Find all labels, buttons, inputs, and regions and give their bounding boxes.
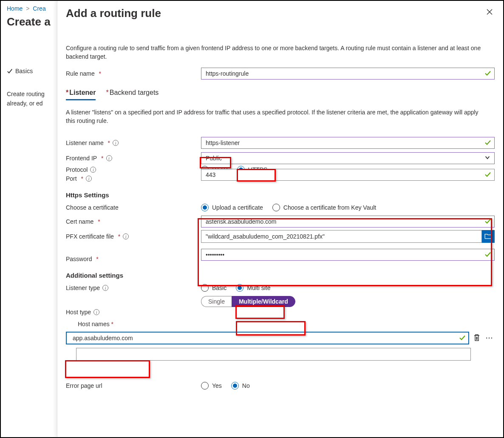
- breadcrumb-next[interactable]: Crea: [33, 5, 45, 12]
- host-name-input-0[interactable]: [66, 332, 469, 344]
- browse-file-button[interactable]: [482, 230, 495, 243]
- frontend-ip-select[interactable]: Public: [201, 152, 495, 164]
- frontend-ip-label: Frontend IP * i: [66, 155, 201, 162]
- listener-name-label: Listener name * i: [66, 139, 201, 146]
- tab-listener[interactable]: *Listener: [66, 89, 96, 100]
- upload-cert-radio[interactable]: Upload a certificate: [201, 204, 263, 211]
- breadcrumb-sep: >: [24, 5, 31, 12]
- close-icon[interactable]: [484, 7, 495, 18]
- rule-name-label: Rule name *: [66, 70, 201, 77]
- blade-title: Add a routing rule: [66, 7, 161, 20]
- listener-type-label: Listener type i: [66, 284, 201, 291]
- tabs: *Listener *Backend targets: [66, 89, 495, 100]
- protocol-label: Protocol i: [66, 166, 201, 173]
- listener-type-multi-radio[interactable]: Multi site: [236, 284, 270, 292]
- info-icon[interactable]: i: [102, 285, 108, 291]
- ellipsis-icon: ···: [486, 335, 493, 341]
- additional-settings-heading: Additional settings: [66, 272, 495, 279]
- trash-icon: [473, 334, 480, 343]
- breadcrumb-home[interactable]: Home: [7, 5, 23, 12]
- host-type-pill-group: Single Multiple/Wildcard: [201, 296, 295, 307]
- check-icon: [7, 68, 13, 74]
- pfx-filename: "wildcard_asabuludemo_com_20210821.pfx": [201, 230, 482, 243]
- rule-name-input[interactable]: [201, 68, 495, 80]
- error-page-no-radio[interactable]: No: [231, 382, 250, 390]
- host-type-single[interactable]: Single: [201, 296, 232, 307]
- port-label: Port * i: [66, 175, 201, 182]
- bg-help-text-1: Create routing: [7, 90, 58, 98]
- delete-hostname-button[interactable]: [472, 333, 482, 343]
- info-icon[interactable]: i: [86, 176, 92, 182]
- info-icon[interactable]: i: [106, 155, 112, 161]
- keyvault-cert-radio[interactable]: Choose a certificate from Key Vault: [272, 204, 376, 211]
- bg-help-text-2: already, or ed: [7, 99, 58, 108]
- info-icon[interactable]: i: [113, 140, 119, 146]
- error-page-label: Error page url: [66, 382, 201, 389]
- folder-icon: [484, 233, 492, 240]
- listener-type-basic-radio[interactable]: Basic: [201, 284, 227, 292]
- cert-name-input[interactable]: [201, 216, 495, 228]
- more-button[interactable]: ···: [484, 333, 495, 343]
- info-icon[interactable]: i: [93, 309, 99, 315]
- routing-rule-blade: Add a routing rule Configure a routing r…: [57, 1, 503, 437]
- host-name-input-1[interactable]: [76, 348, 471, 361]
- host-type-label: Host type i: [66, 296, 201, 316]
- choose-cert-label: Choose a certificate: [66, 204, 201, 211]
- password-label: Password *: [66, 256, 201, 262]
- page-title-partial: Create a: [7, 15, 58, 28]
- error-page-yes-radio[interactable]: Yes: [201, 382, 222, 390]
- info-icon[interactable]: i: [123, 233, 129, 239]
- tab-backend-targets[interactable]: *Backend targets: [106, 89, 159, 100]
- host-type-wildcard[interactable]: Multiple/Wildcard: [232, 296, 295, 307]
- password-input[interactable]: [201, 249, 495, 261]
- listener-name-input[interactable]: [201, 137, 495, 149]
- host-names-label: Host names *: [78, 321, 495, 327]
- https-settings-heading: Https Settings: [66, 191, 495, 199]
- breadcrumb: Home > Crea: [7, 5, 58, 12]
- info-icon[interactable]: i: [90, 167, 96, 173]
- listener-desc: A listener "listens" on a specified port…: [66, 108, 482, 125]
- wizard-step-basics[interactable]: Basics: [7, 68, 58, 74]
- wizard-step-label: Basics: [15, 68, 33, 74]
- blade-desc: Configure a routing rule to send traffic…: [66, 44, 482, 61]
- cert-name-label: Cert name *: [66, 218, 201, 225]
- port-input[interactable]: [201, 169, 495, 181]
- pfx-label: PFX certificate file * i: [66, 233, 201, 240]
